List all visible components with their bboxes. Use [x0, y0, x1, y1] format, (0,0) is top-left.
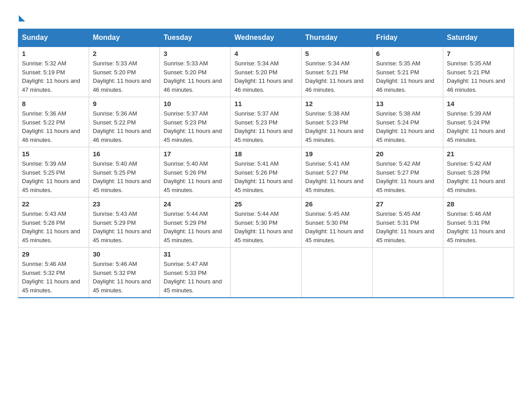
logo — [18, 13, 25, 20]
day-number: 7 — [447, 50, 510, 57]
calendar-cell: 25 Sunrise: 5:44 AMSunset: 5:30 PMDaylig… — [231, 197, 301, 248]
day-info: Sunrise: 5:39 AMSunset: 5:24 PMDaylight:… — [447, 109, 510, 144]
day-info: Sunrise: 5:35 AMSunset: 5:21 PMDaylight:… — [376, 59, 439, 94]
day-number: 8 — [22, 100, 85, 107]
calendar-cell: 30 Sunrise: 5:46 AMSunset: 5:32 PMDaylig… — [89, 248, 160, 298]
day-info: Sunrise: 5:42 AMSunset: 5:28 PMDaylight:… — [447, 159, 510, 194]
day-info: Sunrise: 5:44 AMSunset: 5:29 PMDaylight:… — [163, 210, 227, 244]
calendar-cell: 28 Sunrise: 5:46 AMSunset: 5:31 PMDaylig… — [443, 197, 514, 248]
calendar-cell: 1 Sunrise: 5:32 AMSunset: 5:19 PMDayligh… — [18, 47, 89, 97]
day-number: 10 — [163, 100, 227, 107]
calendar-cell: 21 Sunrise: 5:42 AMSunset: 5:28 PMDaylig… — [443, 147, 514, 197]
day-info: Sunrise: 5:43 AMSunset: 5:28 PMDaylight:… — [22, 210, 85, 244]
day-info: Sunrise: 5:37 AMSunset: 5:23 PMDaylight:… — [234, 109, 297, 144]
day-number: 26 — [305, 200, 369, 208]
day-number: 12 — [305, 100, 369, 107]
calendar-week-row: 8 Sunrise: 5:36 AMSunset: 5:22 PMDayligh… — [18, 97, 514, 147]
calendar-cell: 9 Sunrise: 5:36 AMSunset: 5:22 PMDayligh… — [89, 97, 160, 147]
day-number: 31 — [163, 250, 227, 258]
day-number: 22 — [22, 200, 85, 208]
day-number: 11 — [234, 100, 297, 107]
calendar-header-row: SundayMondayTuesdayWednesdayThursdayFrid… — [18, 29, 514, 47]
day-info: Sunrise: 5:40 AMSunset: 5:26 PMDaylight:… — [163, 159, 227, 194]
column-header-thursday: Thursday — [301, 29, 372, 47]
day-info: Sunrise: 5:40 AMSunset: 5:25 PMDaylight:… — [93, 159, 156, 194]
day-info: Sunrise: 5:32 AMSunset: 5:19 PMDaylight:… — [22, 59, 85, 94]
calendar-cell: 24 Sunrise: 5:44 AMSunset: 5:29 PMDaylig… — [160, 197, 231, 248]
calendar-cell: 22 Sunrise: 5:43 AMSunset: 5:28 PMDaylig… — [18, 197, 89, 248]
calendar-cell: 27 Sunrise: 5:45 AMSunset: 5:31 PMDaylig… — [372, 197, 443, 248]
calendar-table: SundayMondayTuesdayWednesdayThursdayFrid… — [18, 29, 514, 298]
day-info: Sunrise: 5:43 AMSunset: 5:29 PMDaylight:… — [93, 210, 156, 244]
calendar-cell: 19 Sunrise: 5:41 AMSunset: 5:27 PMDaylig… — [301, 147, 372, 197]
calendar-cell: 5 Sunrise: 5:34 AMSunset: 5:21 PMDayligh… — [301, 47, 372, 97]
day-info: Sunrise: 5:37 AMSunset: 5:23 PMDaylight:… — [163, 109, 227, 144]
day-info: Sunrise: 5:39 AMSunset: 5:25 PMDaylight:… — [22, 159, 85, 194]
day-number: 13 — [376, 100, 439, 107]
logo-arrow-icon — [19, 15, 25, 21]
day-number: 6 — [376, 50, 439, 57]
column-header-sunday: Sunday — [18, 29, 89, 47]
day-info: Sunrise: 5:34 AMSunset: 5:20 PMDaylight:… — [234, 59, 297, 94]
day-info: Sunrise: 5:46 AMSunset: 5:32 PMDaylight:… — [93, 260, 156, 295]
day-number: 5 — [305, 50, 369, 57]
day-number: 1 — [22, 50, 85, 57]
day-number: 3 — [163, 50, 227, 57]
calendar-cell: 13 Sunrise: 5:38 AMSunset: 5:24 PMDaylig… — [372, 97, 443, 147]
day-number: 25 — [234, 200, 297, 208]
calendar-week-row: 1 Sunrise: 5:32 AMSunset: 5:19 PMDayligh… — [18, 47, 514, 97]
day-info: Sunrise: 5:35 AMSunset: 5:21 PMDaylight:… — [447, 59, 510, 94]
column-header-friday: Friday — [372, 29, 443, 47]
calendar-cell: 8 Sunrise: 5:36 AMSunset: 5:22 PMDayligh… — [18, 97, 89, 147]
calendar-cell: 2 Sunrise: 5:33 AMSunset: 5:20 PMDayligh… — [89, 47, 160, 97]
calendar-cell: 17 Sunrise: 5:40 AMSunset: 5:26 PMDaylig… — [160, 147, 231, 197]
calendar-week-row: 29 Sunrise: 5:46 AMSunset: 5:32 PMDaylig… — [18, 248, 514, 298]
day-info: Sunrise: 5:34 AMSunset: 5:21 PMDaylight:… — [305, 59, 369, 94]
day-number: 16 — [93, 150, 156, 158]
day-info: Sunrise: 5:46 AMSunset: 5:32 PMDaylight:… — [22, 260, 85, 295]
day-number: 9 — [93, 100, 156, 107]
day-number: 27 — [376, 200, 439, 208]
calendar-cell: 31 Sunrise: 5:47 AMSunset: 5:33 PMDaylig… — [160, 248, 231, 298]
calendar-cell: 16 Sunrise: 5:40 AMSunset: 5:25 PMDaylig… — [89, 147, 160, 197]
calendar-cell: 3 Sunrise: 5:33 AMSunset: 5:20 PMDayligh… — [160, 47, 231, 97]
calendar-cell — [301, 248, 372, 298]
day-info: Sunrise: 5:33 AMSunset: 5:20 PMDaylight:… — [163, 59, 227, 94]
day-info: Sunrise: 5:36 AMSunset: 5:22 PMDaylight:… — [22, 109, 85, 144]
day-info: Sunrise: 5:45 AMSunset: 5:30 PMDaylight:… — [305, 210, 369, 244]
day-number: 23 — [93, 200, 156, 208]
day-info: Sunrise: 5:38 AMSunset: 5:23 PMDaylight:… — [305, 109, 369, 144]
calendar-cell: 12 Sunrise: 5:38 AMSunset: 5:23 PMDaylig… — [301, 97, 372, 147]
calendar-week-row: 22 Sunrise: 5:43 AMSunset: 5:28 PMDaylig… — [18, 197, 514, 248]
day-number: 30 — [93, 250, 156, 258]
column-header-wednesday: Wednesday — [231, 29, 301, 47]
calendar-cell: 7 Sunrise: 5:35 AMSunset: 5:21 PMDayligh… — [443, 47, 514, 97]
calendar-cell: 10 Sunrise: 5:37 AMSunset: 5:23 PMDaylig… — [160, 97, 231, 147]
day-info: Sunrise: 5:38 AMSunset: 5:24 PMDaylight:… — [376, 109, 439, 144]
column-header-monday: Monday — [89, 29, 160, 47]
day-info: Sunrise: 5:44 AMSunset: 5:30 PMDaylight:… — [234, 210, 297, 244]
calendar-cell — [231, 248, 301, 298]
day-info: Sunrise: 5:45 AMSunset: 5:31 PMDaylight:… — [376, 210, 439, 244]
day-number: 21 — [447, 150, 510, 158]
day-number: 18 — [234, 150, 297, 158]
calendar-cell: 20 Sunrise: 5:42 AMSunset: 5:27 PMDaylig… — [372, 147, 443, 197]
day-number: 17 — [163, 150, 227, 158]
calendar-cell: 6 Sunrise: 5:35 AMSunset: 5:21 PMDayligh… — [372, 47, 443, 97]
day-info: Sunrise: 5:33 AMSunset: 5:20 PMDaylight:… — [93, 59, 156, 94]
calendar-cell: 26 Sunrise: 5:45 AMSunset: 5:30 PMDaylig… — [301, 197, 372, 248]
day-number: 29 — [22, 250, 85, 258]
calendar-cell: 23 Sunrise: 5:43 AMSunset: 5:29 PMDaylig… — [89, 197, 160, 248]
day-number: 14 — [447, 100, 510, 107]
day-number: 15 — [22, 150, 85, 158]
day-number: 20 — [376, 150, 439, 158]
calendar-cell — [372, 248, 443, 298]
day-info: Sunrise: 5:41 AMSunset: 5:27 PMDaylight:… — [305, 159, 369, 194]
day-info: Sunrise: 5:46 AMSunset: 5:31 PMDaylight:… — [447, 210, 510, 244]
day-number: 2 — [93, 50, 156, 57]
day-info: Sunrise: 5:36 AMSunset: 5:22 PMDaylight:… — [93, 109, 156, 144]
day-number: 24 — [163, 200, 227, 208]
calendar-cell: 4 Sunrise: 5:34 AMSunset: 5:20 PMDayligh… — [231, 47, 301, 97]
calendar-cell: 18 Sunrise: 5:41 AMSunset: 5:26 PMDaylig… — [231, 147, 301, 197]
day-info: Sunrise: 5:42 AMSunset: 5:27 PMDaylight:… — [376, 159, 439, 194]
